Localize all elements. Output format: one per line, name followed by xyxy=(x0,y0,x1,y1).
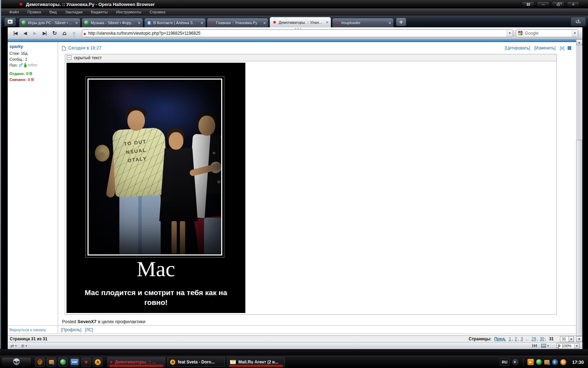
post-select-checkbox[interactable] xyxy=(568,46,571,50)
search-field[interactable]: Google ▼ xyxy=(516,29,578,37)
messenger-icon[interactable] xyxy=(58,357,68,367)
start-button[interactable] xyxy=(1,357,31,367)
page-scrollbar[interactable]: ▲ ▼ xyxy=(576,39,582,342)
menu-widgets[interactable]: Виджеты xyxy=(87,8,112,15)
page-link-1[interactable]: 1 xyxy=(509,336,511,341)
closed-tabs-button[interactable]: ↺ × xyxy=(570,17,586,26)
scroll-up-button[interactable]: ▲ xyxy=(576,39,582,45)
mailru-agent-icon[interactable]: @ xyxy=(35,357,45,367)
select-dropdown-icon[interactable]: ▼ xyxy=(568,336,574,342)
taskbar-aimp-window[interactable]: A feat Sveta - Doro... xyxy=(167,357,225,367)
kmplayer-icon[interactable]: KMP xyxy=(70,357,79,367)
demotivator-image[interactable]: TO OUT NSUAL OTALY xyxy=(66,63,245,313)
prev-page-link[interactable]: Пред. xyxy=(494,336,506,341)
page-link-29[interactable]: 29 xyxy=(531,336,536,341)
fast-forward-button[interactable]: ▶| xyxy=(40,29,49,38)
post-content: Сегодня в 18:27 [Цитировать] [Изменить] … xyxy=(58,42,576,325)
page-link-30[interactable]: 30 xyxy=(540,336,544,341)
tab-close-icon[interactable]: × xyxy=(388,21,391,25)
window-menu-button[interactable] xyxy=(522,1,534,7)
zoom-control[interactable]: 100% ▼ xyxy=(556,343,580,349)
menu-file[interactable]: Файл xyxy=(5,8,23,15)
vk-favicon: B xyxy=(147,20,152,25)
opera-icon[interactable] xyxy=(81,357,91,367)
address-dropdown-button[interactable]: ▼ xyxy=(506,30,513,37)
tab-demotivators-active[interactable]: Демотиваторы. :: Улан... × xyxy=(270,17,331,27)
toolbar-handle[interactable] xyxy=(295,28,296,29)
tab-sibnet-games[interactable]: Игры для PC - Sibnet • ... × xyxy=(19,18,80,27)
page-link-2[interactable]: 2 xyxy=(515,336,517,341)
aimp-icon[interactable]: A xyxy=(93,357,103,367)
home-button[interactable]: ⌂ xyxy=(59,29,69,38)
tab-close-icon[interactable]: × xyxy=(326,20,329,24)
scrollbar-thumb[interactable] xyxy=(576,140,582,336)
tray-flashget-icon[interactable] xyxy=(552,359,558,365)
online-status-icon xyxy=(24,63,27,67)
scroll-down-button[interactable]: ▼ xyxy=(576,336,582,342)
blocked-content-button[interactable]: ⊘▼ xyxy=(21,343,27,348)
site-opera-icon xyxy=(84,33,86,35)
forward-button[interactable]: ▶ xyxy=(30,29,39,38)
menu-view[interactable]: Вид xyxy=(45,8,61,15)
close-button[interactable]: × xyxy=(567,1,580,7)
quote-link[interactable]: [Цитировать] xyxy=(505,46,530,50)
page-link-3[interactable]: 3 xyxy=(521,336,523,341)
minimize-button[interactable]: — xyxy=(537,1,550,7)
tray-aimp-icon[interactable]: ▶ xyxy=(527,359,534,365)
tab-close-icon[interactable]: × xyxy=(138,21,141,25)
sync-status-button[interactable]: ⇄▼ xyxy=(10,343,17,348)
taskbar-mailru-window[interactable]: Mail.Ru Агент (2 в... xyxy=(227,357,285,367)
pm-link[interactable]: [ЛС] xyxy=(85,327,93,332)
url-text[interactable]: http://ulanovka.ru/forum/viewtopic.php?p… xyxy=(88,31,506,36)
menu-bookmarks[interactable]: Закладки xyxy=(61,8,87,15)
taskbar-opera-window[interactable]: Демотиваторы. :: ... xyxy=(107,357,165,367)
poster-username[interactable]: sparky xyxy=(9,44,56,49)
panels-toggle-button[interactable]: ▶ xyxy=(4,17,16,26)
new-tab-button[interactable]: + xyxy=(396,18,406,26)
menu-help[interactable]: Справка xyxy=(146,8,170,15)
spoiler-header[interactable]: − скрытый текст xyxy=(65,54,556,61)
delete-link[interactable]: [x] xyxy=(560,46,564,50)
downloader-icon[interactable] xyxy=(47,357,56,367)
tray-downloader-icon[interactable] xyxy=(544,360,550,364)
tab-sibnet-music[interactable]: Музыка - Sibnet • Фору... × xyxy=(82,18,143,27)
images-toggle-button[interactable]: ▼ xyxy=(541,344,549,348)
google-icon xyxy=(518,31,523,35)
demotivator-caption: Мас плодится и смотрит на тебя как на го… xyxy=(78,288,234,307)
tab-ulanovka-home[interactable]: Главная :: Улановка.Ру × xyxy=(207,18,268,27)
language-indicator[interactable]: RU xyxy=(500,359,510,366)
title-bar[interactable]: Демотиваторы. :: Улановка.Ру - Opera Hal… xyxy=(0,0,588,8)
profile-link[interactable]: [Профиль] xyxy=(61,327,81,332)
posted-line: PostedSevenX7в целях профилактики xyxy=(62,319,574,324)
reload-button[interactable]: ↻ xyxy=(50,29,59,38)
demotivator-title: Mac xyxy=(66,258,245,280)
edit-link[interactable]: [Изменить] xyxy=(534,46,556,50)
tab-close-icon[interactable]: × xyxy=(75,21,78,25)
page-select[interactable]: 31 ▼ xyxy=(560,336,574,342)
tab-close-icon[interactable]: × xyxy=(263,21,266,25)
pagination: Страницы: Пред. 1, 2, 3 ... 29, 30, 31 3… xyxy=(469,336,576,342)
menu-edit[interactable]: Правка xyxy=(23,8,45,15)
restore-button[interactable] xyxy=(552,1,565,7)
tray-download-master-icon[interactable]: ↻ xyxy=(560,359,566,365)
search-engine-dropdown[interactable]: ▼ xyxy=(572,30,578,37)
tab-close-icon[interactable]: × xyxy=(201,21,203,25)
status-bar: ⇄▼ ⊘▼ ▼ 100% ▼ xyxy=(8,342,582,349)
window-controls: — × xyxy=(522,1,580,7)
fit-width-button[interactable] xyxy=(532,344,537,347)
rewind-button[interactable]: |◀ xyxy=(10,29,20,38)
tray-messenger-icon[interactable] xyxy=(536,359,542,365)
poster-gender-row: Пол: ♂ online xyxy=(9,63,56,68)
volume-icon[interactable] xyxy=(512,359,519,366)
tab-imuploader[interactable]: Imuploader × xyxy=(332,18,394,27)
back-button[interactable]: ◀ xyxy=(20,29,29,38)
search-placeholder[interactable]: Google xyxy=(525,31,572,36)
tab-vkontakte[interactable]: B В Контакте | Алёнка З... × xyxy=(144,18,206,27)
post-time-link[interactable]: Сегодня в 18:27 xyxy=(68,46,102,50)
close-icon: × xyxy=(579,21,581,24)
zoom-dropdown-icon[interactable]: ▼ xyxy=(574,343,579,348)
address-bar[interactable]: http://ulanovka.ru/forum/viewtopic.php?p… xyxy=(82,29,513,37)
collapse-minus-icon[interactable]: − xyxy=(67,55,71,60)
menu-tools[interactable]: Инструменты xyxy=(112,8,146,15)
back-to-top-link[interactable]: Вернуться к началу xyxy=(9,328,46,332)
